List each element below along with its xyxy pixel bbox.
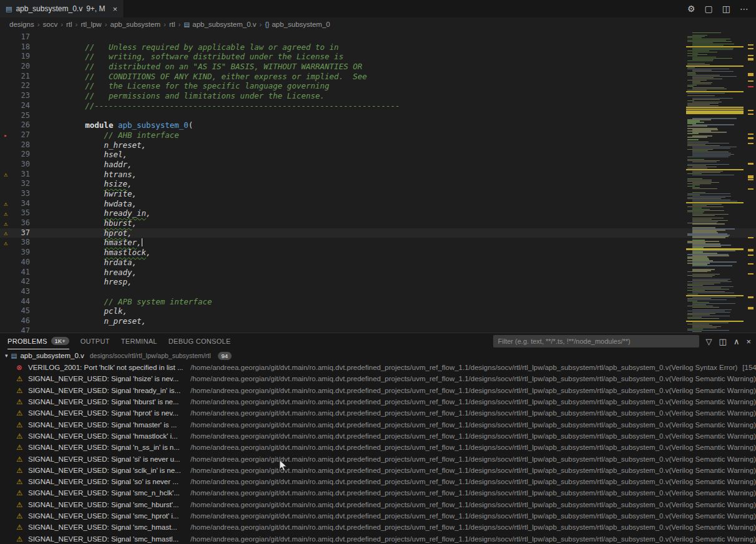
problem-row[interactable]: ⊗ ⚠ VERILOG_2001: Port 'hclk' not specif… bbox=[0, 362, 756, 373]
problem-message: SIGNAL_NEVER_USED: Signal 'si' is never … bbox=[28, 455, 187, 463]
mouse-cursor bbox=[279, 460, 288, 472]
breadcrumb-item[interactable]: rtl › bbox=[169, 21, 184, 28]
line-number[interactable]: 41 bbox=[11, 268, 30, 278]
close-icon[interactable]: × bbox=[113, 4, 118, 14]
panel-tab[interactable]: OUTPUT bbox=[81, 333, 110, 349]
problem-message: SIGNAL_NEVER_USED: Signal 'smc_hmastl... bbox=[28, 535, 187, 543]
breadcrumb-item[interactable]: apb_subsystem › bbox=[110, 21, 169, 28]
line-number[interactable]: 44 bbox=[11, 297, 30, 307]
code-line[interactable]: ⚠ ▸ 47 // SPI ports bbox=[0, 326, 756, 333]
problem-row[interactable]: ⊗ ⚠ SIGNAL_NEVER_USED: Signal 'smc_hburs… bbox=[0, 499, 756, 510]
problems-file-group[interactable]: ▾ ▤ apb_subsystem_0.v designs/socv/rtl/r… bbox=[0, 349, 756, 362]
line-number[interactable]: 27 bbox=[11, 130, 30, 140]
line-number[interactable]: 33 bbox=[11, 189, 30, 199]
editor-gutter[interactable]: ⚠ ▸ bbox=[0, 198, 11, 209]
line-number[interactable]: 29 bbox=[11, 150, 30, 160]
problem-row[interactable]: ⊗ ⚠ SIGNAL_NEVER_USED: Signal 'smc_n_hcl… bbox=[0, 487, 756, 498]
line-number[interactable]: 28 bbox=[11, 140, 30, 150]
problem-row[interactable]: ⊗ ⚠ SIGNAL_NEVER_USED: Signal 'smc_hprot… bbox=[0, 510, 756, 522]
line-number[interactable]: 18 bbox=[11, 42, 30, 52]
code-lines: ⚠ ▸ 17 // Unless required by applicable … bbox=[0, 31, 756, 333]
problem-row[interactable]: ⊗ ⚠ SIGNAL_NEVER_USED: Signal 'hready_in… bbox=[0, 385, 756, 396]
line-number[interactable]: 17 bbox=[11, 32, 30, 42]
panel-tab[interactable]: TERMINAL bbox=[121, 333, 157, 349]
warning-icon: ⚠ bbox=[4, 200, 7, 207]
editor-gutter[interactable]: ⚠ ▸ bbox=[0, 208, 11, 219]
breadcrumb-item[interactable]: rtl_lpw › bbox=[81, 21, 110, 28]
line-number[interactable]: 23 bbox=[11, 91, 30, 101]
problem-row[interactable]: ⊗ ⚠ SIGNAL_NEVER_USED: Signal 'sclk_in' … bbox=[0, 465, 756, 476]
line-number[interactable]: 19 bbox=[11, 52, 30, 62]
editor-gutter[interactable]: ⚠ ▸ bbox=[0, 130, 11, 141]
more-actions-icon[interactable]: ⋯ bbox=[740, 4, 749, 14]
code-editor[interactable]: ⚠ ▸ 17 // Unless required by applicable … bbox=[0, 31, 756, 333]
panel-views-icon[interactable]: ◫ bbox=[719, 337, 727, 346]
breadcrumb-item[interactable]: {} apb_subsystem_0 › bbox=[265, 21, 330, 28]
line-number[interactable]: 30 bbox=[11, 160, 30, 170]
breadcrumb-item[interactable]: ▤ apb_subsystem_0.v › bbox=[184, 21, 265, 28]
line-number[interactable]: 43 bbox=[11, 287, 30, 297]
line-number[interactable]: 46 bbox=[11, 316, 30, 326]
line-number[interactable]: 26 bbox=[11, 120, 30, 130]
split-editor-icon[interactable]: ◫ bbox=[722, 4, 730, 14]
problem-row[interactable]: ⊗ ⚠ SIGNAL_NEVER_USED: Signal 'hmaster' … bbox=[0, 419, 756, 430]
editor-gutter[interactable]: ⚠ ▸ bbox=[0, 238, 11, 248]
filter-icon[interactable]: ▽ bbox=[706, 337, 712, 346]
line-number[interactable]: 25 bbox=[11, 111, 30, 121]
line-number[interactable]: 45 bbox=[11, 306, 30, 316]
problem-row[interactable]: ⊗ ⚠ SIGNAL_NEVER_USED: Signal 'smc_hmast… bbox=[0, 522, 756, 533]
breadcrumb-item[interactable]: rtl › bbox=[66, 21, 81, 28]
settings-gear-icon[interactable]: ⚙ bbox=[687, 4, 695, 14]
line-number[interactable]: 35 bbox=[11, 208, 30, 218]
warning-icon: ⚠ bbox=[4, 230, 7, 236]
line-number[interactable]: 21 bbox=[11, 72, 30, 82]
line-number[interactable]: 34 bbox=[11, 199, 30, 209]
code-line[interactable]: ⚠ ▸ 45 n_preset, bbox=[0, 306, 756, 316]
problem-message: SIGNAL_NEVER_USED: Signal 'smc_n_hclk'..… bbox=[28, 489, 187, 497]
problems-filter-input[interactable] bbox=[493, 335, 699, 347]
breadcrumb-separator: › bbox=[37, 21, 40, 28]
line-number[interactable]: 42 bbox=[11, 277, 30, 287]
overview-ruler bbox=[746, 31, 756, 333]
breadcrumb-item[interactable]: designs › bbox=[9, 21, 42, 28]
line-number[interactable]: 24 bbox=[11, 101, 30, 111]
code-line[interactable]: ⚠ ▸ 41 hresp, bbox=[0, 268, 756, 278]
line-number[interactable]: 37 bbox=[11, 228, 30, 238]
tab-apb-subsystem-0[interactable]: ▤ apb_subsystem_0.v 9+, M × bbox=[0, 0, 124, 17]
chevron-down-icon[interactable]: ▾ bbox=[5, 352, 8, 359]
minimap[interactable] bbox=[686, 31, 746, 333]
breadcrumb-item-label: apb_subsystem bbox=[110, 21, 161, 28]
problems-file-path: designs/socv/rtl/rtl_lpw/apb_subsystem/r… bbox=[90, 352, 211, 359]
layout-icon[interactable]: ▢ bbox=[705, 4, 713, 14]
line-number[interactable]: 31 bbox=[11, 170, 30, 180]
editor-gutter[interactable]: ⚠ ▸ bbox=[0, 218, 11, 229]
breadcrumb-separator: › bbox=[164, 21, 166, 28]
editor-gutter[interactable]: ⚠ ▸ bbox=[0, 169, 11, 180]
maximize-panel-icon[interactable]: ∧ bbox=[734, 337, 740, 346]
editor-gutter[interactable]: ⚠ ▸ bbox=[0, 228, 11, 238]
problem-row[interactable]: ⊗ ⚠ SIGNAL_NEVER_USED: Signal 'si' is ne… bbox=[0, 453, 756, 464]
line-number[interactable]: 36 bbox=[11, 218, 30, 228]
editor-actions: ⚙ ▢ ◫ ⋯ bbox=[687, 4, 756, 14]
warning-icon: ⚠ bbox=[16, 477, 24, 486]
problem-row[interactable]: ⊗ ⚠ SIGNAL_NEVER_USED: Signal 'n_ss_in' … bbox=[0, 442, 756, 453]
panel-tab[interactable]: PROBLEMS 1K+ bbox=[7, 333, 69, 349]
close-panel-icon[interactable]: × bbox=[746, 337, 751, 346]
problem-row[interactable]: ⊗ ⚠ SIGNAL_NEVER_USED: Signal 'hmastlock… bbox=[0, 430, 756, 442]
problem-rows: ⊗ ⚠ VERILOG_2001: Port 'hclk' not specif… bbox=[0, 362, 756, 544]
breadcrumb-item[interactable]: socv › bbox=[42, 21, 66, 28]
line-number[interactable]: 20 bbox=[11, 62, 30, 72]
code-line[interactable]: ⚠ ▸ 23 //-------------------------------… bbox=[0, 91, 756, 101]
line-number[interactable]: 39 bbox=[11, 248, 30, 258]
line-number[interactable]: 38 bbox=[11, 238, 30, 248]
problem-row[interactable]: ⊗ ⚠ SIGNAL_NEVER_USED: Signal 'hsize' is… bbox=[0, 373, 756, 384]
line-number[interactable]: 40 bbox=[11, 258, 30, 268]
line-number[interactable]: 22 bbox=[11, 81, 30, 91]
panel-tab[interactable]: DEBUG CONSOLE bbox=[169, 333, 231, 349]
problem-row[interactable]: ⊗ ⚠ SIGNAL_NEVER_USED: Signal 'so' is ne… bbox=[0, 476, 756, 487]
problem-row[interactable]: ⊗ ⚠ SIGNAL_NEVER_USED: Signal 'hprot' is… bbox=[0, 407, 756, 419]
line-number[interactable]: 47 bbox=[11, 326, 30, 333]
problem-row[interactable]: ⊗ ⚠ SIGNAL_NEVER_USED: Signal 'smc_hmast… bbox=[0, 533, 756, 544]
problem-row[interactable]: ⊗ ⚠ SIGNAL_NEVER_USED: Signal 'hburst' i… bbox=[0, 396, 756, 407]
line-number[interactable]: 32 bbox=[11, 179, 30, 189]
